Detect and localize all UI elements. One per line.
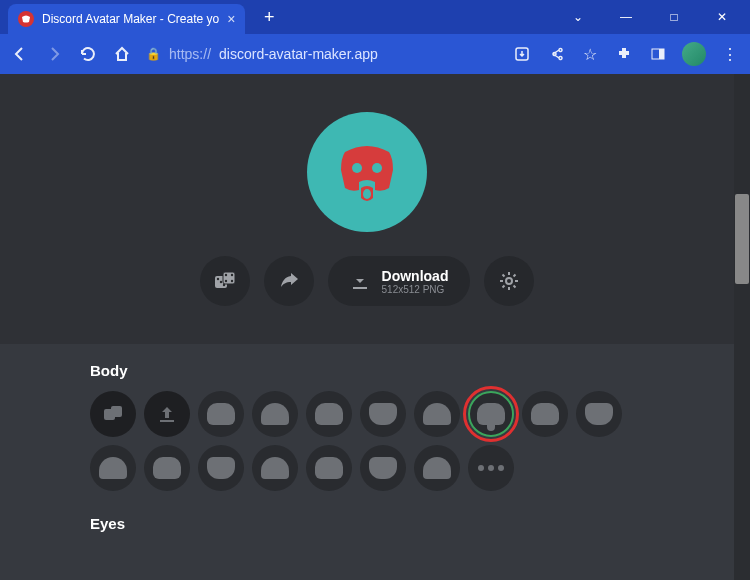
hero-section: Download 512x512 PNG [0, 74, 734, 344]
section-title-body: Body [90, 362, 644, 379]
body-option-9[interactable] [90, 445, 136, 491]
svg-point-12 [216, 278, 218, 280]
download-sublabel: 512x512 PNG [382, 284, 449, 295]
svg-point-15 [506, 278, 512, 284]
gear-icon [498, 270, 520, 292]
section-title-eyes: Eyes [90, 515, 644, 532]
menu-button[interactable]: ⋮ [720, 44, 740, 64]
close-button[interactable]: ✕ [700, 2, 744, 32]
svg-point-3 [352, 163, 362, 173]
body-more-button[interactable] [468, 445, 514, 491]
body-option-1[interactable] [198, 391, 244, 437]
download-button[interactable]: Download 512x512 PNG [328, 256, 471, 306]
scrollbar-thumb[interactable] [735, 194, 749, 284]
settings-button[interactable] [484, 256, 534, 306]
svg-point-8 [224, 274, 226, 276]
download-label: Download [382, 268, 449, 284]
share-icon[interactable] [546, 44, 566, 64]
body-option-2[interactable] [252, 391, 298, 437]
eyes-section: Eyes [0, 509, 734, 562]
svg-rect-17 [111, 406, 122, 417]
address-bar: 🔒 https://discord-avatar-maker.app ☆ ⋮ [0, 34, 750, 74]
body-option-12[interactable] [252, 445, 298, 491]
home-button[interactable] [112, 44, 132, 64]
randomize-button[interactable] [200, 256, 250, 306]
new-tab-button[interactable]: + [255, 3, 283, 31]
body-option-7[interactable] [522, 391, 568, 437]
scrollbar[interactable] [734, 74, 750, 580]
bookmark-icon[interactable]: ☆ [580, 44, 600, 64]
url-scheme: https:// [169, 46, 211, 62]
svg-point-4 [372, 163, 382, 173]
svg-rect-7 [223, 272, 235, 284]
forward-button[interactable] [44, 44, 64, 64]
dice-icon [102, 403, 124, 425]
body-randomize[interactable] [90, 391, 136, 437]
body-option-6-selected[interactable] [468, 391, 514, 437]
svg-point-11 [230, 280, 232, 282]
body-option-11[interactable] [198, 445, 244, 491]
action-row: Download 512x512 PNG [200, 256, 535, 306]
profile-avatar-icon[interactable] [682, 42, 706, 66]
upload-icon [157, 404, 177, 424]
body-option-5[interactable] [414, 391, 460, 437]
dice-icon [213, 269, 237, 293]
body-option-8[interactable] [576, 391, 622, 437]
body-option-10[interactable] [144, 445, 190, 491]
download-icon [350, 271, 370, 291]
sidepanel-icon[interactable] [648, 44, 668, 64]
tab-close-icon[interactable]: × [227, 11, 235, 27]
url-bar[interactable]: 🔒 https://discord-avatar-maker.app [146, 46, 498, 62]
reload-button[interactable] [78, 44, 98, 64]
svg-rect-2 [659, 49, 664, 59]
svg-point-14 [219, 281, 221, 283]
avatar-body-icon [327, 132, 407, 212]
maximize-button[interactable]: □ [652, 2, 696, 32]
avatar-preview [307, 112, 427, 232]
body-grid [90, 391, 644, 491]
extensions-icon[interactable] [614, 44, 634, 64]
svg-point-5 [363, 189, 371, 199]
minimize-button[interactable]: — [604, 2, 648, 32]
body-section: Body [0, 344, 734, 509]
dropdown-icon[interactable]: ⌄ [556, 2, 600, 32]
install-app-icon[interactable] [512, 44, 532, 64]
body-option-3[interactable] [306, 391, 352, 437]
svg-point-10 [224, 280, 226, 282]
tab-title: Discord Avatar Maker - Create yo [42, 12, 219, 26]
browser-tab[interactable]: Discord Avatar Maker - Create yo × [8, 4, 245, 34]
svg-point-13 [222, 284, 224, 286]
body-option-14[interactable] [360, 445, 406, 491]
body-upload[interactable] [144, 391, 190, 437]
url-host: discord-avatar-maker.app [219, 46, 378, 62]
window-titlebar: Discord Avatar Maker - Create yo × + ⌄ —… [0, 0, 750, 34]
share-arrow-icon [278, 270, 300, 292]
body-option-15[interactable] [414, 445, 460, 491]
tab-favicon-icon [18, 11, 34, 27]
lock-icon: 🔒 [146, 47, 161, 61]
body-option-13[interactable] [306, 445, 352, 491]
share-button[interactable] [264, 256, 314, 306]
page-content: Download 512x512 PNG Body [0, 74, 750, 580]
back-button[interactable] [10, 44, 30, 64]
body-option-4[interactable] [360, 391, 406, 437]
svg-point-9 [230, 274, 232, 276]
